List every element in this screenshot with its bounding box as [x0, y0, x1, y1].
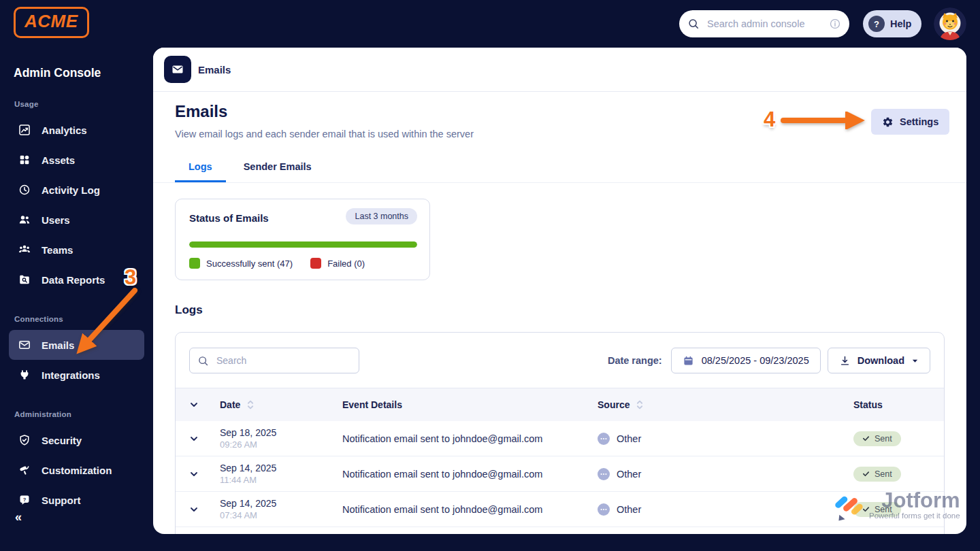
sidebar-item-support[interactable]: ?Support: [9, 485, 144, 515]
status-badge: Sent: [853, 431, 901, 446]
check-icon: [862, 470, 870, 478]
ellipsis-circle-icon: [598, 433, 610, 445]
sidebar-item-label: Security: [42, 435, 82, 446]
expand-all-chevron[interactable]: [176, 399, 220, 410]
check-icon: [862, 435, 870, 442]
sidebar-item-integrations[interactable]: Integrations: [9, 360, 144, 390]
row-expand-chevron[interactable]: [176, 433, 220, 444]
column-date: Date: [220, 399, 342, 411]
sidebar-item-label: Customization: [42, 465, 112, 476]
legend-failed: Failed (0): [310, 258, 365, 269]
gear-icon: [882, 116, 894, 128]
failed-swatch: [310, 258, 321, 269]
panel-header-title: Emails: [198, 64, 231, 76]
info-icon[interactable]: [829, 18, 841, 30]
sidebar-item-label: Activity Log: [42, 184, 100, 196]
status-badge: Sent: [853, 502, 901, 517]
section-label: Administration: [14, 410, 153, 418]
sidebar-item-label: Support: [42, 495, 81, 506]
column-source: Source: [598, 399, 853, 411]
analytics-icon: [18, 124, 31, 136]
status-range-badge: Last 3 months: [346, 208, 417, 224]
date-range-label: Date range:: [608, 355, 662, 366]
support-icon: ?: [18, 494, 31, 506]
emails-icon: [18, 339, 31, 351]
search-input[interactable]: [706, 18, 823, 30]
sort-icon[interactable]: [246, 399, 255, 411]
logs-table-rows: Sep 18, 2025 09:26 AM Notification email…: [176, 421, 944, 534]
status-badge: Sent: [853, 467, 901, 482]
row-date: Sep 14, 2025 11:44 AM: [220, 463, 342, 485]
sidebar-item-security[interactable]: Security: [9, 425, 144, 455]
caret-down-icon: [911, 357, 919, 365]
download-button[interactable]: Download: [828, 348, 930, 373]
search-icon: [197, 355, 209, 367]
tabs: Logs Sender Emails: [175, 158, 325, 182]
sidebar-item-label: Data Reports: [42, 274, 105, 286]
sidebar-item-analytics[interactable]: Analytics: [9, 115, 144, 145]
tab-logs[interactable]: Logs: [175, 158, 226, 182]
row-date: Sep 14, 2025 07:34 AM: [220, 498, 342, 520]
tab-sender-emails[interactable]: Sender Emails: [230, 158, 325, 182]
sidebar-item-assets[interactable]: Assets: [9, 145, 144, 175]
data-reports-icon: [18, 273, 31, 286]
sort-icon[interactable]: [635, 399, 644, 411]
sidebar-collapse-icon[interactable]: «: [15, 510, 22, 524]
sidebar-item-label: Emails: [42, 339, 74, 351]
sidebar-item-emails[interactable]: Emails: [9, 330, 144, 360]
row-event: Notification email sent to johndoe@gmail…: [342, 469, 598, 480]
sidebar-item-label: Assets: [42, 154, 75, 166]
annotation-step-4: 4: [764, 107, 775, 132]
help-label: Help: [890, 18, 911, 29]
sidebar-item-teams[interactable]: Teams: [9, 235, 144, 265]
date-range-value: 08/25/2025 - 09/23/2025: [702, 355, 809, 366]
assets-icon: [18, 154, 31, 166]
ellipsis-circle-icon: [598, 468, 610, 480]
sidebar-item-label: Teams: [42, 244, 73, 256]
legend-success-label: Successfully sent (47): [206, 258, 293, 269]
legend-success: Successfully sent (47): [189, 258, 293, 269]
sidebar-title: Admin Console: [14, 66, 101, 80]
admin-search[interactable]: [679, 10, 849, 37]
security-icon: [18, 434, 31, 446]
help-button[interactable]: ? Help: [863, 10, 921, 37]
user-avatar[interactable]: [934, 7, 966, 40]
envelope-icon: [164, 56, 191, 83]
logs-heading: Logs: [175, 303, 203, 317]
users-icon: [18, 214, 31, 226]
row-event: Notification email sent to johndoe@gmail…: [342, 504, 598, 515]
sidebar-item-users[interactable]: Users: [9, 205, 144, 235]
sidebar-item-activity-log[interactable]: Activity Log: [9, 175, 144, 205]
row-source: Other: [598, 433, 853, 445]
table-row: Sep 14, 2025 07:34 AM Notification email…: [176, 492, 944, 527]
status-legend: Successfully sent (47) Failed (0): [189, 258, 365, 269]
row-status-cell: Sent: [853, 467, 944, 482]
legend-failed-label: Failed (0): [327, 258, 365, 269]
section-label: Connections: [14, 315, 153, 323]
logs-search-input[interactable]: [215, 354, 351, 367]
success-swatch: [189, 258, 200, 269]
logs-search[interactable]: [189, 348, 359, 373]
annotation-step-3: 3: [125, 265, 136, 290]
sidebar-item-label: Analytics: [42, 124, 87, 136]
acme-logo: ACME: [14, 7, 89, 38]
page-title: Emails: [175, 102, 227, 121]
sidebar-section-administration: AdministrationSecurityCustomization?Supp…: [0, 410, 153, 515]
logs-table-header: Date Event Details Source Status: [176, 388, 944, 422]
settings-label: Settings: [900, 116, 938, 127]
row-status-cell: Sent: [853, 502, 944, 517]
row-expand-chevron[interactable]: [176, 504, 220, 515]
logs-card: Date range: 08/25/2025 - 09/23/2025 Down…: [175, 332, 945, 534]
search-icon: [687, 18, 700, 30]
sidebar-item-label: Users: [42, 214, 70, 226]
settings-button[interactable]: Settings: [871, 109, 949, 135]
tabs-divider: [153, 182, 966, 183]
row-status-cell: Sent: [853, 431, 944, 446]
teams-icon: [18, 244, 31, 256]
row-expand-chevron[interactable]: [176, 469, 220, 480]
customization-icon: [18, 464, 31, 476]
date-range-picker[interactable]: 08/25/2025 - 09/23/2025: [671, 348, 821, 373]
question-icon: ?: [868, 16, 885, 32]
sidebar-item-customization[interactable]: Customization: [9, 455, 144, 485]
download-label: Download: [858, 355, 904, 366]
